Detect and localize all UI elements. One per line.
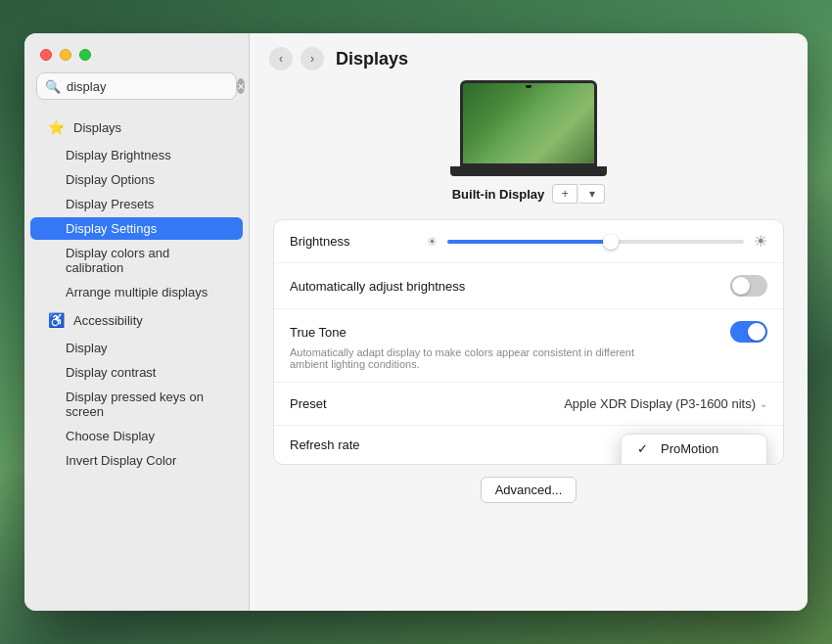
refresh-rate-row: Refresh rate ✓ ProMotion 60 Hertz xyxy=(274,426,783,464)
sidebar-item-arrange-displays[interactable]: Arrange multiple displays xyxy=(30,281,243,303)
sidebar-item-display-colors[interactable]: Display colors and calibration xyxy=(30,242,243,279)
brightness-slider[interactable] xyxy=(447,240,744,244)
sidebar-item-label: Accessibility xyxy=(73,313,143,328)
sidebar: 🔍 ✕ ⭐ Displays Display Brightness Displa… xyxy=(24,33,250,611)
settings-container: Brightness ☀ ☀ Automatically adjust brig… xyxy=(273,219,784,465)
sidebar-item-acc-display[interactable]: Display xyxy=(30,337,243,359)
main-content: ‹ › Displays Built-in Display + ▾ xyxy=(250,33,808,611)
advanced-button[interactable]: Advanced... xyxy=(481,477,578,503)
sidebar-item-displays[interactable]: ⭐ Displays xyxy=(30,113,243,142)
page-title: Displays xyxy=(336,49,408,69)
auto-brightness-toggle[interactable] xyxy=(730,275,767,297)
sidebar-sub-item-label: Invert Display Color xyxy=(66,453,176,468)
minimize-button[interactable] xyxy=(60,49,71,61)
sidebar-item-display-contrast[interactable]: Display contrast xyxy=(30,361,243,384)
sidebar-sub-item-label: Choose Display xyxy=(66,429,155,443)
auto-brightness-control xyxy=(465,275,767,297)
chevron-down-icon: ⌄ xyxy=(760,398,767,409)
true-tone-row: True Tone Automatically adapt display to… xyxy=(274,309,783,383)
brightness-control: ☀ ☀ xyxy=(427,232,767,251)
sidebar-item-label: Displays xyxy=(73,120,121,135)
preset-select[interactable]: Apple XDR Display (P3-1600 nits) ⌄ xyxy=(564,396,767,411)
sidebar-sub-item-label: Arrange multiple displays xyxy=(66,285,208,299)
true-tone-main: True Tone xyxy=(290,321,767,343)
sidebar-item-display-presets[interactable]: Display Presets xyxy=(30,193,243,215)
preset-value: Apple XDR Display (P3-1600 nits) xyxy=(564,396,756,411)
sidebar-item-choose-display[interactable]: Choose Display xyxy=(30,425,243,447)
dropdown-item-label: ProMotion xyxy=(661,441,718,456)
brightness-fill xyxy=(447,240,611,244)
sidebar-item-display-settings[interactable]: Display Settings xyxy=(30,217,243,240)
search-input[interactable] xyxy=(67,79,231,94)
preset-row: Preset Apple XDR Display (P3-1600 nits) … xyxy=(274,383,783,426)
maximize-button[interactable] xyxy=(79,49,91,61)
sidebar-sub-item-label: Display Settings xyxy=(66,221,157,236)
sidebar-sub-item-label: Display xyxy=(66,341,108,355)
add-display-button[interactable]: + xyxy=(552,184,578,204)
accessibility-icon: ♿ xyxy=(46,310,66,330)
laptop-base xyxy=(450,166,607,176)
close-button[interactable] xyxy=(40,49,52,61)
laptop-screen xyxy=(460,80,597,166)
back-button[interactable]: ‹ xyxy=(269,47,293,70)
display-controls: + ▾ xyxy=(552,184,605,204)
display-preview: Built-in Display + ▾ xyxy=(273,80,784,204)
refresh-rate-label: Refresh rate xyxy=(290,437,427,452)
display-name: Built-in Display xyxy=(452,187,545,202)
preset-control: Apple XDR Display (P3-1600 nits) ⌄ xyxy=(427,396,767,411)
brightness-label: Brightness xyxy=(290,234,427,249)
true-tone-label: True Tone xyxy=(290,325,427,340)
toggle-knob xyxy=(732,277,750,295)
sidebar-item-accessibility[interactable]: ♿ Accessibility xyxy=(30,305,243,335)
brightness-row: Brightness ☀ ☀ xyxy=(274,220,783,263)
search-box[interactable]: 🔍 ✕ xyxy=(36,72,237,100)
display-menu-button[interactable]: ▾ xyxy=(579,184,605,204)
brightness-min-icon: ☀ xyxy=(427,235,438,249)
refresh-rate-dropdown[interactable]: ✓ ProMotion 60 Hertz 59.94 Hertz xyxy=(621,434,767,465)
content-area: Built-in Display + ▾ Brightness ☀ xyxy=(250,80,808,611)
traffic-lights xyxy=(24,33,249,72)
sidebar-item-invert-display-color[interactable]: Invert Display Color xyxy=(30,449,243,472)
auto-brightness-label: Automatically adjust brightness xyxy=(290,279,465,294)
brightness-thumb[interactable] xyxy=(603,234,619,250)
sidebar-item-display-brightness[interactable]: Display Brightness xyxy=(30,144,243,166)
title-bar: ‹ › Displays xyxy=(250,33,808,80)
sidebar-sub-item-label: Display Presets xyxy=(66,197,154,211)
toggle-knob xyxy=(748,323,765,341)
search-clear-button[interactable]: ✕ xyxy=(237,78,245,94)
auto-brightness-row: Automatically adjust brightness xyxy=(274,263,783,309)
sidebar-sub-item-label: Display contrast xyxy=(66,365,156,380)
main-window: 🔍 ✕ ⭐ Displays Display Brightness Displa… xyxy=(24,33,808,611)
laptop-frame xyxy=(450,80,607,178)
display-name-row: Built-in Display + ▾ xyxy=(452,184,606,204)
dropdown-item-promotion[interactable]: ✓ ProMotion xyxy=(622,435,766,463)
bottom-row: Advanced... xyxy=(273,465,784,515)
true-tone-toggle[interactable] xyxy=(730,321,767,343)
brightness-max-icon: ☀ xyxy=(754,232,767,251)
sidebar-item-display-options[interactable]: Display Options xyxy=(30,168,243,191)
preset-label: Preset xyxy=(290,396,427,411)
sidebar-item-display-pressed-keys[interactable]: Display pressed keys on screen xyxy=(30,386,243,423)
true-tone-description: Automatically adapt display to make colo… xyxy=(290,346,662,370)
displays-icon: ⭐ xyxy=(46,117,66,137)
check-icon: ✓ xyxy=(637,441,653,456)
search-icon: 🔍 xyxy=(45,79,61,94)
sidebar-sub-item-label: Display pressed keys on screen xyxy=(66,390,231,419)
forward-button[interactable]: › xyxy=(300,47,324,70)
sidebar-sub-item-label: Display Brightness xyxy=(66,148,171,162)
sidebar-sub-item-label: Display Options xyxy=(66,172,155,187)
sidebar-sub-item-label: Display colors and calibration xyxy=(66,246,231,275)
